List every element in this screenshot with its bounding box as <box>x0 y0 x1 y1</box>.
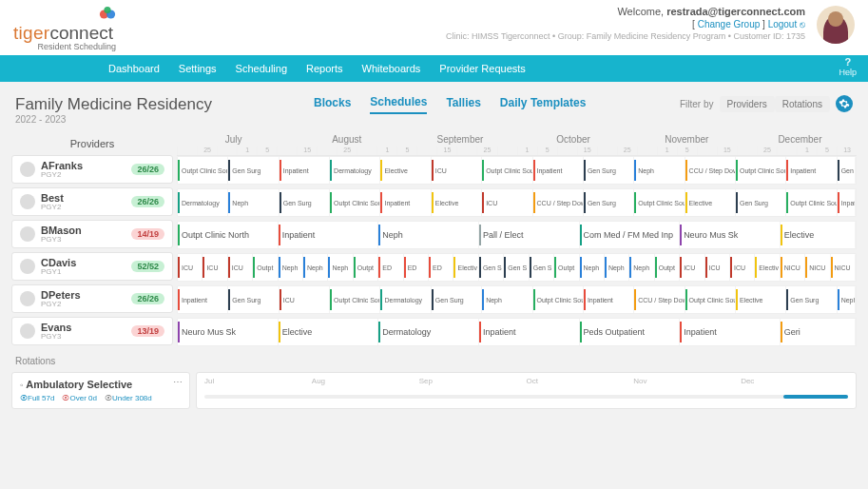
schedule-block[interactable]: Gen Surg <box>228 157 279 184</box>
schedule-block[interactable]: ICU <box>280 286 330 313</box>
schedule-block[interactable]: Outpt Clinic South <box>330 189 380 216</box>
schedule-block[interactable]: Inpatient <box>280 157 330 184</box>
avatar[interactable] <box>817 6 855 44</box>
schedule-block[interactable]: Gen Surg <box>280 189 330 216</box>
change-group-link[interactable]: Change Group <box>698 19 761 29</box>
gear-icon[interactable] <box>836 95 853 112</box>
schedule-block[interactable]: Electiv <box>755 254 780 281</box>
nav-dashboard[interactable]: Dashboard <box>108 63 160 74</box>
schedule-block[interactable]: Outpt Clinic South <box>533 286 584 313</box>
schedule-block[interactable]: ED <box>429 254 453 281</box>
provider-card[interactable]: Evans PGY3 13/19 <box>11 317 173 345</box>
schedule-block[interactable]: ED <box>404 254 429 281</box>
schedule-block[interactable]: Elective <box>380 157 431 184</box>
schedule-block[interactable]: Neph <box>279 254 303 281</box>
nav-whiteboards[interactable]: Whiteboards <box>362 63 421 74</box>
schedule-block[interactable]: Gen S <box>479 254 504 281</box>
schedule-block[interactable]: Gen Surg <box>786 286 837 313</box>
schedule-block[interactable]: Outpt <box>655 254 680 281</box>
nav-scheduling[interactable]: Scheduling <box>236 63 287 74</box>
schedule-block[interactable]: NICU <box>781 254 805 281</box>
provider-card[interactable]: DPeters PGY2 26/26 <box>11 284 173 313</box>
provider-card[interactable]: BMason PGY3 14/19 <box>11 220 173 248</box>
schedule-block[interactable]: Electiv <box>453 254 478 281</box>
schedule-block[interactable]: Neph <box>634 157 685 184</box>
schedule-block[interactable]: Inpatient <box>178 286 228 313</box>
schedule-block[interactable]: Elective <box>432 189 482 216</box>
schedule-block[interactable]: Geri <box>781 319 856 345</box>
schedule-block[interactable]: CCU / Step Down <box>634 286 685 313</box>
tab-schedules[interactable]: Schedules <box>370 95 427 114</box>
schedule-block[interactable]: Outpt <box>354 254 378 281</box>
schedule-block[interactable]: Outpt Clinic South <box>685 286 736 313</box>
schedule-block[interactable]: Dermatology <box>330 157 380 184</box>
schedule-block[interactable]: Neph <box>629 254 654 281</box>
filter-chip-providers[interactable]: Providers <box>720 96 775 112</box>
schedule-block[interactable]: Gen Surg <box>584 189 634 216</box>
schedule-block[interactable]: NICU <box>805 254 830 281</box>
schedule-block[interactable]: CCU / Step Down <box>533 189 584 216</box>
schedule-block[interactable]: Neph <box>838 286 856 313</box>
schedule-block[interactable]: Outpt Clinic South <box>482 157 532 184</box>
schedule-block[interactable]: Pall / Elect <box>479 222 580 248</box>
schedule-block[interactable]: Neph <box>303 254 328 281</box>
schedule-block[interactable]: Com Med / FM Med Inp <box>580 222 681 248</box>
schedule-block[interactable]: Inpatient <box>786 157 837 184</box>
logout-link[interactable]: Logout <box>768 19 798 29</box>
schedule-block[interactable]: ICU <box>680 254 704 281</box>
schedule-block[interactable]: Inpatient <box>533 157 584 184</box>
help-link[interactable]: ? Help <box>839 57 857 77</box>
schedule-block[interactable]: Outpt Clinic South <box>736 157 786 184</box>
schedule-block[interactable]: Neph <box>328 254 353 281</box>
tab-tallies[interactable]: Tallies <box>446 96 480 113</box>
schedule-block[interactable]: Outpt <box>554 254 579 281</box>
schedule-block[interactable]: ED <box>378 254 403 281</box>
schedule-block[interactable]: Neph <box>378 222 479 248</box>
schedule-block[interactable]: Elective <box>685 189 736 216</box>
schedule-block[interactable]: Gen Sur <box>838 157 856 184</box>
schedule-block[interactable]: NICU <box>831 254 856 281</box>
schedule-block[interactable]: Gen Surg <box>736 189 786 216</box>
rotation-card[interactable]: ⋯ ◦ Ambulatory Selective ⦿Full 57d ⦿Over… <box>11 372 190 409</box>
schedule-block[interactable]: Neph <box>580 254 605 281</box>
schedule-block[interactable]: ICU <box>203 254 227 281</box>
more-icon[interactable]: ⋯ <box>173 377 183 387</box>
schedule-block[interactable]: Gen Surg <box>584 157 634 184</box>
tab-daily-templates[interactable]: Daily Templates <box>500 96 586 113</box>
schedule-block[interactable]: Gen S <box>504 254 529 281</box>
schedule-block[interactable]: ICU <box>730 254 755 281</box>
tab-blocks[interactable]: Blocks <box>314 96 351 113</box>
schedule-block[interactable]: ICU <box>432 157 482 184</box>
schedule-block[interactable]: Inpatient <box>380 189 431 216</box>
provider-card[interactable]: Best PGY2 26/26 <box>11 187 173 216</box>
schedule-block[interactable]: Neph <box>228 189 279 216</box>
provider-card[interactable]: CDavis PGY1 52/52 <box>11 252 173 281</box>
schedule-block[interactable]: ICU <box>705 254 730 281</box>
schedule-block[interactable]: Inpatient <box>479 319 580 345</box>
nav-provider-requests[interactable]: Provider Requests <box>439 63 526 74</box>
schedule-block[interactable]: Dermatology <box>380 286 431 313</box>
schedule-block[interactable]: Gen Surg <box>432 286 482 313</box>
schedule-block[interactable]: Outpt <box>253 254 278 281</box>
schedule-block[interactable]: Outpt Clinic North <box>178 222 279 248</box>
schedule-block[interactable]: Elective <box>279 319 379 345</box>
schedule-block[interactable]: Neuro Mus Sk <box>680 222 781 248</box>
logout-icon[interactable]: ⎋ <box>800 19 805 29</box>
schedule-block[interactable]: Elective <box>781 222 856 248</box>
schedule-block[interactable]: Gen S <box>530 254 554 281</box>
schedule-block[interactable]: Dermatology <box>178 189 228 216</box>
schedule-block[interactable]: Gen Surg <box>228 286 279 313</box>
nav-settings[interactable]: Settings <box>179 63 217 74</box>
nav-reports[interactable]: Reports <box>306 63 343 74</box>
schedule-block[interactable]: Outpt Clinic South <box>330 286 380 313</box>
schedule-block[interactable]: ICU <box>482 189 532 216</box>
schedule-block[interactable]: Outpt Clinic South <box>634 189 685 216</box>
schedule-block[interactable]: CCU / Step Down <box>685 157 736 184</box>
provider-card[interactable]: AFranks PGY2 26/26 <box>11 155 173 184</box>
schedule-block[interactable]: Outpt Clinic South <box>178 157 228 184</box>
schedule-block[interactable]: Neph <box>605 254 629 281</box>
schedule-block[interactable]: Inpatient <box>584 286 634 313</box>
schedule-block[interactable]: Peds Outpatient <box>580 319 681 345</box>
schedule-block[interactable]: ICU <box>178 254 203 281</box>
schedule-block[interactable]: Inpatient <box>838 189 856 216</box>
